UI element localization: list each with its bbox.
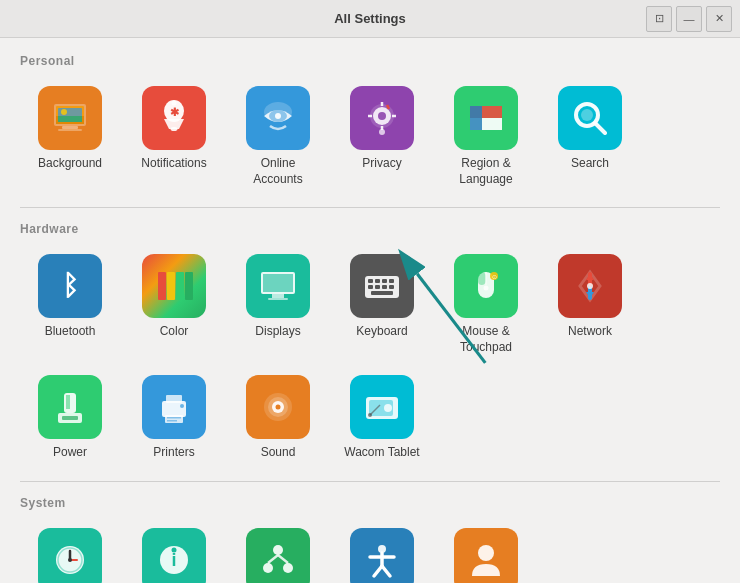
date-time-icon (38, 528, 102, 583)
svg-rect-70 (166, 395, 182, 403)
sidebar-item-printers[interactable]: Printers (124, 367, 224, 469)
keyboard-label: Keyboard (356, 324, 407, 340)
wacom-tablet-label: Wacom Tablet (344, 445, 419, 461)
sidebar-item-color[interactable]: Color (124, 246, 224, 363)
personal-hardware-divider (20, 207, 720, 208)
svg-point-102 (478, 545, 494, 561)
hardware-section-label: Hardware (20, 222, 720, 236)
sidebar-item-details[interactable]: i Details (124, 520, 224, 583)
svg-rect-69 (162, 401, 186, 417)
svg-point-20 (378, 112, 386, 120)
sidebar-item-background[interactable]: Background (20, 78, 120, 195)
sidebar-item-privacy[interactable]: Privacy (332, 78, 432, 195)
svg-point-88 (68, 558, 72, 562)
sidebar-item-universal-access[interactable]: UniversalAccess (332, 520, 432, 583)
color-label: Color (160, 324, 189, 340)
power-icon (38, 375, 102, 439)
svg-line-32 (595, 123, 605, 133)
svg-point-12 (171, 127, 178, 131)
svg-rect-37 (176, 272, 184, 300)
mouse-touchpad-icon: ⊙ (454, 254, 518, 318)
personal-section-label: Personal (20, 54, 720, 68)
sidebar-item-power[interactable]: Power (20, 367, 120, 469)
svg-text:✱: ✱ (170, 106, 180, 118)
minimize-button[interactable]: — (676, 6, 702, 32)
details-icon: i (142, 528, 206, 583)
svg-rect-46 (382, 279, 387, 283)
sidebar-item-bluetooth[interactable]: ᛒ Bluetooth (20, 246, 120, 363)
svg-point-94 (283, 563, 293, 573)
bluetooth-icon: ᛒ (38, 254, 102, 318)
sidebar-item-wacom-tablet[interactable]: Wacom Tablet (332, 367, 432, 469)
search-icon-box (558, 86, 622, 150)
svg-point-9 (61, 109, 67, 115)
search-label: Search (571, 156, 609, 172)
background-icon (38, 86, 102, 150)
svg-text:ᛒ: ᛒ (62, 270, 79, 301)
svg-point-93 (263, 563, 273, 573)
svg-text:⊙: ⊙ (492, 274, 497, 280)
sidebar-item-displays[interactable]: Displays (228, 246, 328, 363)
power-label: Power (53, 445, 87, 461)
sidebar-item-network[interactable]: Network (540, 246, 640, 363)
online-accounts-icon (246, 86, 310, 150)
svg-rect-51 (389, 285, 394, 289)
svg-rect-47 (389, 279, 394, 283)
svg-rect-71 (165, 415, 183, 423)
svg-point-33 (581, 109, 593, 121)
wacom-tablet-icon (350, 375, 414, 439)
sidebar-item-sharing[interactable]: Sharing (228, 520, 328, 583)
sidebar-item-search[interactable]: Search (540, 78, 640, 195)
svg-rect-68 (62, 416, 78, 420)
svg-line-96 (278, 555, 288, 563)
svg-rect-72 (167, 417, 181, 419)
svg-point-78 (276, 405, 281, 410)
svg-rect-8 (58, 116, 82, 122)
settings-content: Personal Background (0, 38, 740, 583)
keyboard-icon (350, 254, 414, 318)
system-section-label: System (20, 496, 720, 510)
online-accounts-label: OnlineAccounts (253, 156, 302, 187)
svg-line-101 (382, 566, 390, 576)
sidebar-item-notifications[interactable]: ✱ Notifications (124, 78, 224, 195)
sidebar-item-online-accounts[interactable]: OnlineAccounts (228, 78, 328, 195)
universal-access-icon (350, 528, 414, 583)
settings-window: All Settings ⊡ — ✕ Personal (0, 0, 740, 583)
svg-rect-6 (58, 129, 82, 131)
svg-point-74 (180, 404, 184, 408)
bluetooth-label: Bluetooth (45, 324, 96, 340)
privacy-label: Privacy (362, 156, 401, 172)
sidebar-item-region-language[interactable]: Region &Language (436, 78, 536, 195)
titlebar: All Settings ⊡ — ✕ (0, 0, 740, 38)
svg-rect-54 (478, 272, 486, 285)
sidebar-item-sound[interactable]: Sound (228, 367, 328, 469)
svg-point-26 (379, 129, 385, 135)
window-controls: ⊡ — ✕ (646, 6, 732, 32)
sidebar-item-date-time[interactable]: Date & Time (20, 520, 120, 583)
hardware-system-divider (20, 481, 720, 482)
printers-icon (142, 375, 206, 439)
svg-point-81 (384, 404, 392, 412)
svg-rect-41 (272, 294, 284, 298)
svg-rect-30 (470, 106, 482, 130)
svg-rect-52 (371, 291, 393, 295)
system-items-grid: Date & Time i Details (20, 520, 720, 583)
svg-point-56 (484, 286, 489, 291)
svg-line-95 (268, 555, 278, 563)
svg-text:i: i (171, 550, 176, 570)
svg-rect-50 (382, 285, 387, 289)
region-language-icon (454, 86, 518, 150)
sharing-icon (246, 528, 310, 583)
users-icon (454, 528, 518, 583)
restore-button[interactable]: ⊡ (646, 6, 672, 32)
privacy-icon (350, 86, 414, 150)
close-button[interactable]: ✕ (706, 6, 732, 32)
sidebar-item-keyboard[interactable]: Keyboard (332, 246, 432, 363)
svg-point-92 (273, 545, 283, 555)
svg-line-100 (374, 566, 382, 576)
sidebar-item-users[interactable]: Users (436, 520, 536, 583)
sound-label: Sound (261, 445, 296, 461)
sidebar-item-mouse-touchpad[interactable]: ⊙ Mouse &Touchpad (436, 246, 536, 363)
svg-rect-38 (185, 272, 193, 300)
displays-icon (246, 254, 310, 318)
